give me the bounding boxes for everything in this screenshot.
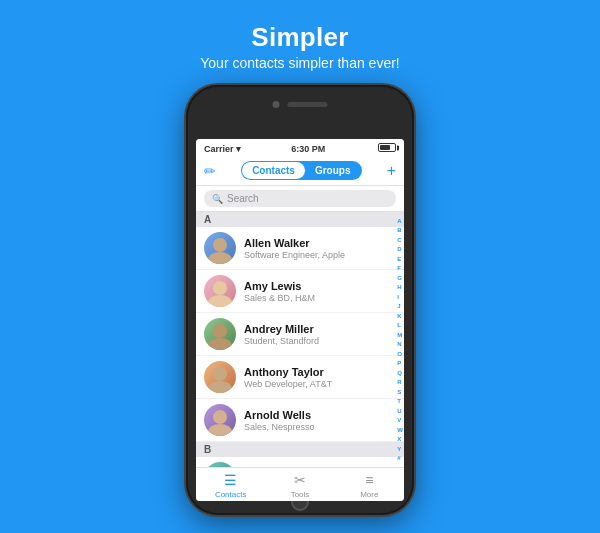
- contact-info-arnold-wells: Arnold Wells Sales, Nespresso: [244, 409, 396, 432]
- alpha-n[interactable]: N: [397, 341, 403, 347]
- alpha-h[interactable]: H: [397, 284, 403, 290]
- nav-tabs: Contacts Groups: [241, 161, 361, 180]
- svg-point-9: [208, 424, 232, 436]
- nav-bar: ✏ Contacts Groups +: [196, 156, 404, 186]
- svg-point-1: [208, 252, 232, 264]
- search-bar: 🔍 Search: [196, 186, 404, 212]
- alpha-v[interactable]: V: [397, 417, 403, 423]
- contact-detail: Sales & BD, H&M: [244, 293, 396, 303]
- alpha-b[interactable]: B: [397, 227, 403, 233]
- alpha-k[interactable]: K: [397, 313, 403, 319]
- contact-detail: Web Developer, AT&T: [244, 379, 396, 389]
- carrier-text: Carrier: [204, 144, 234, 154]
- phone-camera: [273, 101, 280, 108]
- alpha-f[interactable]: F: [397, 265, 403, 271]
- alpha-j[interactable]: J: [397, 303, 403, 309]
- contact-name: Amy Lewis: [244, 280, 396, 292]
- contact-info-betty-miller: Betty Miller Head Hunter, CV: [244, 467, 396, 468]
- alpha-q[interactable]: Q: [397, 370, 403, 376]
- tools-tab-icon: ✂: [294, 472, 306, 488]
- contact-allen-walker[interactable]: Allen Walker Software Engineer, Apple: [196, 227, 404, 270]
- svg-point-8: [213, 410, 227, 424]
- page-subtitle: Your contacts simpler than ever!: [200, 55, 399, 71]
- contact-info-andrey-miller: Andrey Miller Student, Standford: [244, 323, 396, 346]
- add-contact-icon[interactable]: +: [387, 162, 396, 180]
- avatar-anthony-taylor: [204, 361, 236, 393]
- phone-device: Carrier ▾ 6:30 PM ✏ Contacts Gr: [186, 85, 414, 515]
- alpha-x[interactable]: X: [397, 436, 403, 442]
- section-header-a: A: [196, 212, 404, 227]
- contact-amy-lewis[interactable]: Amy Lewis Sales & BD, H&M: [196, 270, 404, 313]
- svg-point-6: [213, 367, 227, 381]
- status-left: Carrier ▾: [204, 144, 241, 154]
- contact-anthony-taylor[interactable]: Anthony Taylor Web Developer, AT&T: [196, 356, 404, 399]
- contact-name: Arnold Wells: [244, 409, 396, 421]
- alpha-s[interactable]: S: [397, 389, 403, 395]
- alpha-d[interactable]: D: [397, 246, 403, 252]
- search-input-wrap[interactable]: 🔍 Search: [204, 190, 396, 207]
- edit-icon[interactable]: ✏: [204, 163, 216, 179]
- avatar-allen-walker: [204, 232, 236, 264]
- more-tab-label: More: [360, 490, 378, 499]
- phone-speaker: [288, 102, 328, 107]
- alpha-l[interactable]: L: [397, 322, 403, 328]
- alphabet-index[interactable]: A B C D E F G H I J K L M N O: [397, 212, 403, 467]
- svg-point-4: [213, 324, 227, 338]
- alpha-g[interactable]: G: [397, 275, 403, 281]
- status-bar: Carrier ▾ 6:30 PM: [196, 139, 404, 156]
- contact-detail: Software Engineer, Apple: [244, 250, 396, 260]
- search-placeholder: Search: [227, 193, 259, 204]
- tab-contacts[interactable]: Contacts: [242, 162, 305, 179]
- status-right: [376, 143, 396, 154]
- contacts-list: A Allen Walker Software Engineer, Apple: [196, 212, 404, 467]
- alpha-a[interactable]: A: [397, 218, 403, 224]
- contact-detail: Student, Standford: [244, 336, 396, 346]
- alpha-c[interactable]: C: [397, 237, 403, 243]
- section-header-b: B: [196, 442, 404, 457]
- phone-screen: Carrier ▾ 6:30 PM ✏ Contacts Gr: [196, 139, 404, 501]
- contact-name: Andrey Miller: [244, 323, 396, 335]
- avatar-betty-miller: [204, 462, 236, 467]
- alpha-z[interactable]: #: [397, 455, 403, 461]
- avatar-andrey-miller: [204, 318, 236, 350]
- tools-tab-label: Tools: [291, 490, 310, 499]
- tab-groups[interactable]: Groups: [305, 162, 361, 179]
- contact-andrey-miller[interactable]: Andrey Miller Student, Standford: [196, 313, 404, 356]
- bottom-tab-tools[interactable]: ✂ Tools: [265, 472, 334, 499]
- search-icon: 🔍: [212, 194, 223, 204]
- page-header: Simpler Your contacts simpler than ever!: [200, 0, 399, 85]
- bottom-tab-contacts[interactable]: ☰ Contacts: [196, 472, 265, 499]
- alpha-r[interactable]: R: [397, 379, 403, 385]
- battery-icon: [376, 143, 396, 154]
- alpha-o[interactable]: O: [397, 351, 403, 357]
- alpha-m[interactable]: M: [397, 332, 403, 338]
- contact-betty-miller[interactable]: Betty Miller Head Hunter, CV: [196, 457, 404, 467]
- signal-icon: ▾: [236, 144, 241, 154]
- svg-point-0: [213, 238, 227, 252]
- contacts-tab-icon: ☰: [224, 472, 237, 488]
- page-title: Simpler: [200, 22, 399, 53]
- alpha-u[interactable]: U: [397, 408, 403, 414]
- avatar-arnold-wells: [204, 404, 236, 436]
- alpha-e[interactable]: E: [397, 256, 403, 262]
- svg-point-5: [208, 338, 232, 350]
- contact-name: Allen Walker: [244, 237, 396, 249]
- contact-info-anthony-taylor: Anthony Taylor Web Developer, AT&T: [244, 366, 396, 389]
- alpha-i[interactable]: I: [397, 294, 403, 300]
- contact-arnold-wells[interactable]: Arnold Wells Sales, Nespresso: [196, 399, 404, 442]
- contact-info-allen-walker: Allen Walker Software Engineer, Apple: [244, 237, 396, 260]
- alpha-t[interactable]: T: [397, 398, 403, 404]
- more-tab-icon: ≡: [365, 472, 373, 488]
- contact-info-amy-lewis: Amy Lewis Sales & BD, H&M: [244, 280, 396, 303]
- bottom-tab-more[interactable]: ≡ More: [335, 472, 404, 499]
- svg-point-3: [208, 295, 232, 307]
- contacts-tab-label: Contacts: [215, 490, 247, 499]
- avatar-amy-lewis: [204, 275, 236, 307]
- alpha-w[interactable]: W: [397, 427, 403, 433]
- alpha-p[interactable]: P: [397, 360, 403, 366]
- contact-name: Anthony Taylor: [244, 366, 396, 378]
- contact-detail: Sales, Nespresso: [244, 422, 396, 432]
- svg-point-2: [213, 281, 227, 295]
- alpha-y[interactable]: Y: [397, 446, 403, 452]
- phone-shell: Carrier ▾ 6:30 PM ✏ Contacts Gr: [186, 85, 414, 515]
